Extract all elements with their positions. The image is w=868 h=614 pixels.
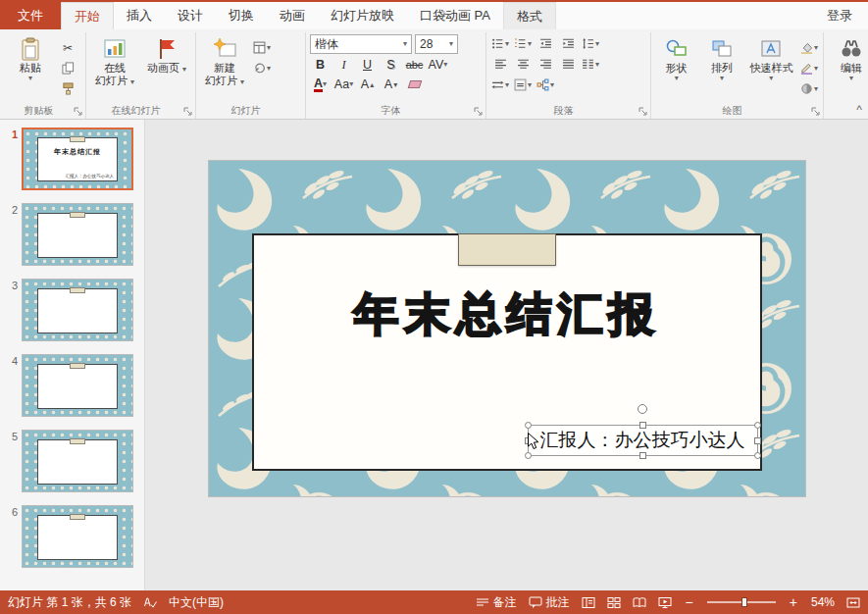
reporter-text: 汇报人：办公技巧小达人 <box>540 428 745 453</box>
shapes-button[interactable]: 形状 ▾ <box>655 34 697 103</box>
rotate-handle[interactable] <box>638 404 647 414</box>
change-case-button[interactable]: Aa ▾ <box>333 76 354 93</box>
columns-button[interactable]: ▾ <box>581 55 600 74</box>
tab-home[interactable]: 开始 <box>61 2 114 29</box>
align-right-button[interactable] <box>536 55 555 74</box>
slide-layout-button[interactable]: ▾ <box>252 38 272 57</box>
slide-thumbnail-1[interactable]: 1 年末总结汇报 汇报人：办公技巧小达人 <box>2 128 138 190</box>
tab-insert[interactable]: 插入 <box>114 2 165 29</box>
underline-button[interactable]: U <box>357 56 378 74</box>
slide-thumbnail-3[interactable]: 3 <box>2 279 138 341</box>
clipboard-group-label: 剪贴板 <box>2 104 76 118</box>
reporter-textbox-selected[interactable]: 汇报人：办公技巧小达人 <box>528 425 758 456</box>
slide-thumbnail-6[interactable]: 6 <box>2 505 138 568</box>
editing-button[interactable]: 编辑 ▾ <box>828 34 868 103</box>
chevron-down-icon: ▾ <box>443 61 447 69</box>
align-text-button[interactable]: ▾ <box>513 76 533 94</box>
zoom-out-button[interactable]: − <box>684 595 695 609</box>
font-color-button[interactable]: A ▾ <box>310 76 331 93</box>
resize-handle-top-left[interactable] <box>525 422 532 429</box>
collapse-ribbon-button[interactable]: ^ <box>856 103 862 117</box>
reset-slide-button[interactable]: ▾ <box>252 59 272 77</box>
justify-button[interactable] <box>558 55 578 74</box>
zoom-in-button[interactable]: + <box>788 595 799 609</box>
comments-button[interactable]: 批注 <box>529 594 570 611</box>
sign-in-button[interactable]: 登录 <box>811 2 868 29</box>
resize-handle-bottom[interactable] <box>639 452 646 459</box>
increase-indent-button[interactable] <box>558 34 578 53</box>
copy-button[interactable] <box>58 59 77 77</box>
character-spacing-button[interactable]: AV ▾ <box>428 56 448 74</box>
tab-design[interactable]: 设计 <box>165 2 216 29</box>
resize-handle-top-right[interactable] <box>754 422 761 429</box>
fit-to-window-button[interactable] <box>846 596 860 609</box>
title-card-shape[interactable]: 年末总结汇报 汇报人：办公技巧小达人 <box>252 233 762 471</box>
shape-fill-button[interactable]: ▾ <box>799 38 819 57</box>
clear-formatting-button[interactable] <box>404 76 425 93</box>
slide-editing-surface[interactable]: 年末总结汇报 汇报人：办公技巧小达人 <box>209 161 805 496</box>
language-indicator[interactable]: 中文(中国) <box>169 594 224 611</box>
tab-animations[interactable]: 动画 <box>267 2 318 29</box>
font-family-select[interactable]: 楷体 ▾ <box>310 34 412 54</box>
online-slides-button[interactable]: 在线 幻灯片 ▾ <box>90 34 139 103</box>
convert-to-smartart-button[interactable]: ▾ <box>536 76 555 94</box>
slide-number: 5 <box>2 430 18 492</box>
tab-slideshow[interactable]: 幻灯片放映 <box>318 2 407 29</box>
arrange-button[interactable]: 排列 ▾ <box>700 34 742 103</box>
quick-styles-button[interactable]: 快速样式 ▾ <box>746 34 796 103</box>
italic-button[interactable]: I <box>333 56 354 74</box>
shape-outline-button[interactable]: ▾ <box>799 59 819 77</box>
grow-font-button[interactable]: A ▴ <box>357 76 378 93</box>
zoom-slider-thumb[interactable] <box>741 597 747 607</box>
online-slides-label-line1: 在线 <box>104 62 126 75</box>
align-left-button[interactable] <box>490 55 510 74</box>
slide-sorter-view-button[interactable] <box>607 596 621 609</box>
resize-handle-top[interactable] <box>639 422 646 429</box>
text-shadow-button[interactable]: S <box>381 56 401 74</box>
chevron-down-icon: ▾ <box>849 75 853 82</box>
cut-button[interactable]: ✂ <box>58 38 77 57</box>
resize-handle-right[interactable] <box>754 437 761 444</box>
slide-canvas: 年末总结汇报 汇报人：办公技巧小达人 <box>145 120 868 590</box>
slides-small-buttons: ▾ ▾ <box>252 34 272 103</box>
shrink-font-label: A <box>384 77 392 91</box>
comments-label: 批注 <box>546 594 570 611</box>
slide-thumbnail-2[interactable]: 2 <box>2 203 138 266</box>
slideshow-view-button[interactable] <box>658 596 672 609</box>
bullets-button[interactable]: ▾ <box>490 34 510 53</box>
shrink-font-button[interactable]: A ▾ <box>381 76 401 93</box>
clipboard-paste-icon <box>20 36 41 62</box>
binoculars-icon <box>840 36 863 62</box>
line-spacing-button[interactable]: ▾ <box>581 34 600 53</box>
normal-view-button[interactable] <box>582 596 595 609</box>
bold-button[interactable]: B <box>310 56 331 74</box>
font-color-label: A <box>314 77 323 92</box>
reading-view-button[interactable] <box>633 596 646 609</box>
tab-format-context[interactable]: 格式 <box>503 2 556 29</box>
slide-thumbnail-4[interactable]: 4 <box>2 354 138 417</box>
text-direction-button[interactable]: ▾ <box>490 76 510 94</box>
chevron-down-icon: ▾ <box>182 65 186 74</box>
slide-thumbnail-5[interactable]: 5 <box>2 430 138 492</box>
font-group: 楷体 ▾ 28 ▾ B I U S abc AV ▾ <box>306 32 486 119</box>
align-center-button[interactable] <box>513 55 533 74</box>
notes-button[interactable]: 备注 <box>476 594 517 611</box>
status-bar: 幻灯片 第 1 张，共 6 张 中文(中国) 备注 批注 <box>0 590 868 614</box>
decrease-indent-button[interactable] <box>536 34 555 53</box>
tab-file[interactable]: 文件 <box>0 2 61 29</box>
strikethrough-button[interactable]: abc <box>404 56 425 74</box>
paste-button[interactable]: 粘贴 ▾ <box>6 34 55 103</box>
font-size-select[interactable]: 28 ▾ <box>415 34 458 54</box>
tab-pocket-animation[interactable]: 口袋动画 PA <box>407 2 503 29</box>
shape-effects-button[interactable]: ▾ <box>799 79 819 98</box>
zoom-slider[interactable] <box>707 601 776 603</box>
resize-handle-bottom-right[interactable] <box>754 452 761 459</box>
numbering-button[interactable]: ▾ <box>513 34 533 53</box>
zoom-percentage[interactable]: 54% <box>811 595 835 609</box>
new-slide-button[interactable]: 新建 幻灯片 ▾ <box>200 34 249 103</box>
format-painter-button[interactable] <box>58 79 77 98</box>
animation-page-button[interactable]: 动画页 ▾ <box>142 34 191 103</box>
spell-check-button[interactable] <box>143 596 157 609</box>
slide-title-textbox[interactable]: 年末总结汇报 <box>254 284 760 345</box>
tab-transitions[interactable]: 切换 <box>216 2 267 29</box>
